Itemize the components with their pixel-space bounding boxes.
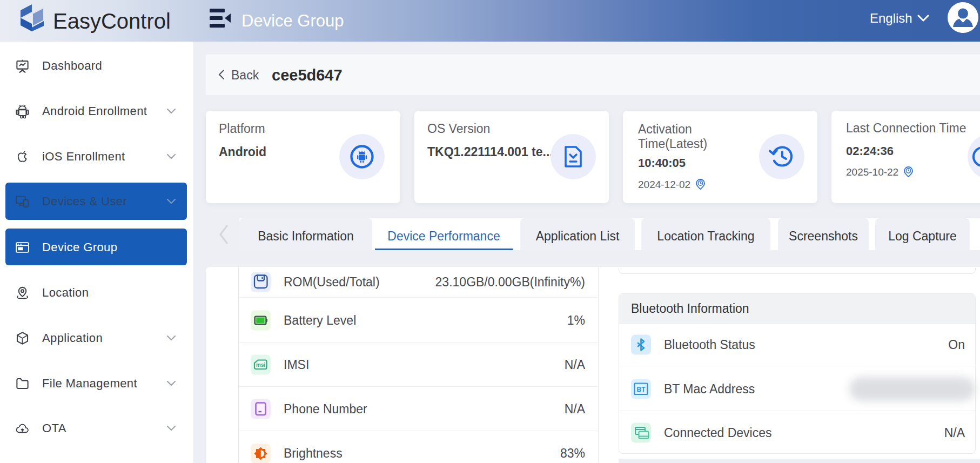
svg-text:BT: BT — [637, 386, 646, 393]
svg-text:msi: msi — [256, 362, 265, 368]
